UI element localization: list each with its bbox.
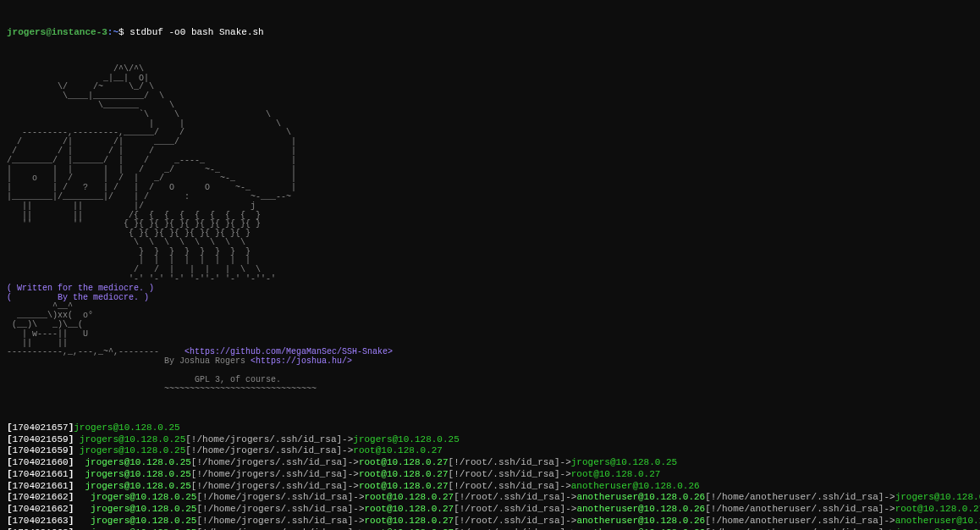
log-line: [1704021662] jrogers@10.128.0.25[!/home/…: [7, 492, 973, 504]
log-line: [1704021663] jrogers@10.128.0.25[!/home/…: [7, 516, 973, 527]
arrow-icon: ->: [884, 492, 895, 502]
ssh-key-path: [!/root/.ssh/id_rsa]: [449, 469, 560, 479]
arrow-icon: ->: [353, 504, 364, 514]
ascii-body: /^\/^\ _|__| O| \/ /~ \_/ \ \____|______…: [7, 64, 296, 284]
ssh-key-path: [!/root/.ssh/id_rsa]: [449, 481, 560, 491]
credit-line-2-close: ): [139, 293, 149, 302]
ssh-destination: jrogers@10.128.0.25: [80, 445, 185, 455]
ssh-destination: jrogers@10.128.0.25: [80, 434, 185, 444]
prompt-host: instance-3: [52, 27, 107, 37]
arrow-icon: ->: [342, 434, 353, 444]
ssh-key-path: [!/home/jrogers/.ssh/id_rsa]: [196, 516, 353, 526]
shell-prompt-line: jrogers@instance-3:~$ stdbuf -o0 bash Sn…: [7, 27, 973, 39]
ssh-key-path: [!/home/jrogers/.ssh/id_rsa]: [185, 434, 342, 444]
log-line: [1704021660] jrogers@10.128.0.25[!/home/…: [7, 457, 973, 469]
log-timestamp: 1704021659: [13, 445, 69, 455]
log-timestamp: 1704021662: [13, 504, 69, 514]
ssh-destination: jrogers@10.128.0.25: [85, 481, 190, 491]
ssh-destination: root@10.128.0.27: [365, 504, 454, 514]
ssh-key-path: [!/home/anotheruser/.ssh/id_rsa]: [705, 504, 884, 514]
ssh-destination: anotheruser@10.128.0.26: [895, 516, 980, 526]
author-url: <https://joshua.hu/>: [251, 356, 352, 366]
arrow-icon: ->: [884, 504, 895, 514]
ssh-destination: root@10.128.0.27: [571, 469, 661, 479]
ssh-destination: jrogers@10.128.0.25: [91, 504, 196, 514]
repo-url: <https://github.com/MegaManSec/SSH-Snake…: [184, 347, 393, 356]
ascii-divider: ~~~~~~~~~~~~~~~~~~~~~~~~~~~~~~: [164, 384, 317, 394]
ssh-destination: anotheruser@10.128.0.26: [576, 492, 705, 502]
credit-line-1-open: (: [7, 284, 17, 293]
bracket-open: [: [7, 434, 13, 444]
log-timestamp: 1704021662: [13, 492, 69, 502]
log-timestamp: 1704021661: [13, 481, 69, 491]
log-line: [1704021661] jrogers@10.128.0.25[!/home/…: [7, 481, 973, 493]
log-line: [1704021661] jrogers@10.128.0.25[!/home/…: [7, 469, 973, 481]
ssh-key-path: [!/home/jrogers/.ssh/id_rsa]: [191, 481, 348, 491]
ssh-destination: root@10.128.0.27: [895, 504, 980, 514]
log-indent: [74, 445, 80, 455]
log-indent: [74, 481, 85, 491]
credit-line-1-text: Written for the mediocre.: [17, 284, 144, 293]
ssh-destination: anotheruser@10.128.0.26: [576, 516, 705, 526]
log-output: [1704021657]jrogers@10.128.0.25[17040216…: [7, 422, 973, 530]
ssh-destination: jrogers@10.128.0.25: [895, 492, 980, 502]
author-prefix: By Joshua Rogers: [164, 356, 251, 366]
bracket-open: [: [7, 492, 13, 502]
arrow-icon: ->: [560, 469, 571, 479]
ssh-destination: anotheruser@10.128.0.26: [571, 481, 700, 491]
log-indent: [74, 469, 85, 479]
ssh-key-path: [!/root/.ssh/id_rsa]: [454, 516, 565, 526]
ssh-key-path: [!/home/anotheruser/.ssh/id_rsa]: [705, 492, 884, 502]
ssh-destination: root@10.128.0.27: [359, 457, 449, 467]
ssh-destination: jrogers@10.128.0.25: [85, 457, 190, 467]
log-timestamp: 1704021659: [13, 434, 69, 444]
ssh-destination: jrogers@10.128.0.25: [353, 434, 459, 444]
ssh-key-path: [!/home/anotheruser/.ssh/id_rsa]: [705, 516, 884, 526]
log-indent: [74, 434, 80, 444]
arrow-icon: ->: [565, 504, 576, 514]
bracket-open: [: [7, 504, 13, 514]
bracket-open: [: [7, 445, 13, 455]
arrow-icon: ->: [560, 457, 571, 467]
arrow-icon: ->: [884, 516, 895, 526]
license-text: GPL 3, of course.: [195, 375, 281, 384]
log-line: [1704021659] jrogers@10.128.0.25[!/home/…: [7, 434, 973, 446]
bracket-open: [: [7, 469, 13, 479]
log-indent: [74, 457, 85, 467]
ssh-destination: jrogers@10.128.0.25: [91, 492, 196, 502]
ssh-destination: jrogers@10.128.0.25: [74, 422, 179, 433]
log-timestamp: 1704021661: [13, 469, 69, 479]
ssh-key-path: [!/home/jrogers/.ssh/id_rsa]: [185, 445, 342, 455]
ssh-destination: root@10.128.0.27: [353, 445, 443, 455]
log-timestamp: 1704021663: [13, 516, 69, 526]
arrow-icon: ->: [348, 469, 359, 479]
terminal-window[interactable]: jrogers@instance-3:~$ stdbuf -o0 bash Sn…: [0, 0, 980, 530]
credit-line-2-text: By the mediocre.: [58, 293, 139, 302]
bracket-open: [: [7, 457, 13, 467]
ssh-destination: anotheruser@10.128.0.26: [576, 504, 705, 514]
ascii-signature-left: ^__^ ______\)xx( o° (__)\ _)\__( | w----…: [7, 301, 159, 356]
log-indent: [74, 492, 91, 502]
arrow-icon: ->: [342, 445, 353, 455]
credit-line-2-open: (: [7, 293, 58, 302]
ssh-destination: root@10.128.0.27: [365, 516, 454, 526]
ssh-key-path: [!/root/.ssh/id_rsa]: [454, 504, 565, 514]
bracket-open: [: [7, 481, 13, 491]
log-line: [1704021662] jrogers@10.128.0.25[!/home/…: [7, 504, 973, 516]
log-indent: [74, 504, 91, 514]
ssh-key-path: [!/root/.ssh/id_rsa]: [454, 492, 565, 502]
arrow-icon: ->: [353, 516, 364, 526]
typed-command: stdbuf -o0 bash Snake.sh: [129, 27, 263, 37]
ssh-destination: jrogers@10.128.0.25: [571, 457, 677, 467]
log-line: [1704021659] jrogers@10.128.0.25[!/home/…: [7, 445, 973, 457]
ssh-destination: root@10.128.0.27: [365, 492, 454, 502]
arrow-icon: ->: [353, 492, 364, 502]
ssh-key-path: [!/home/jrogers/.ssh/id_rsa]: [191, 469, 348, 479]
bracket-open: [: [7, 516, 13, 526]
log-line: [1704021657]jrogers@10.128.0.25: [7, 422, 973, 434]
arrow-icon: ->: [348, 457, 359, 467]
ssh-key-path: [!/home/jrogers/.ssh/id_rsa]: [196, 504, 353, 514]
arrow-icon: ->: [565, 492, 576, 502]
ascii-art-banner: /^\/^\ _|__| O| \/ /~ \_/ \ \____|______…: [7, 65, 973, 395]
arrow-icon: ->: [560, 481, 571, 491]
